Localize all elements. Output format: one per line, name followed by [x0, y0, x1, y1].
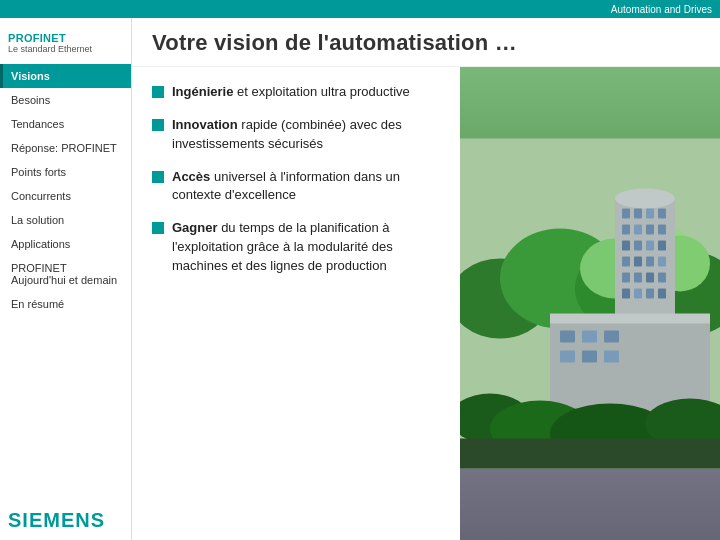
svg-rect-36	[560, 331, 575, 343]
svg-rect-37	[582, 331, 597, 343]
svg-rect-21	[658, 241, 666, 251]
bullet-text-3: Gagner du temps de la planification à l'…	[172, 219, 440, 276]
bullet-text-1: Innovation rapide (combinée) avec des in…	[172, 116, 440, 154]
svg-rect-16	[646, 225, 654, 235]
svg-rect-30	[622, 289, 630, 299]
sidebar-item-concurrents[interactable]: Concurrents	[0, 184, 131, 208]
sidebar-item-reponse[interactable]: Réponse: PROFINET	[0, 136, 131, 160]
bullet-text-0: Ingénierie et exploitation ultra product…	[172, 83, 410, 102]
sidebar: PROFINET Le standard Ethernet VisionsBes…	[0, 18, 132, 540]
svg-rect-38	[604, 331, 619, 343]
svg-rect-17	[658, 225, 666, 235]
sidebar-item-visions[interactable]: Visions	[0, 64, 131, 88]
bullet-item-0: Ingénierie et exploitation ultra product…	[152, 83, 440, 102]
bullet-square-0	[152, 86, 164, 98]
svg-rect-39	[560, 351, 575, 363]
bullet-square-1	[152, 119, 164, 131]
svg-rect-28	[646, 273, 654, 283]
top-bar: Automation and Drives	[0, 0, 720, 18]
sidebar-item-tendances[interactable]: Tendances	[0, 112, 131, 136]
bullet-item-3: Gagner du temps de la planification à l'…	[152, 219, 440, 276]
sidebar-item-points-forts[interactable]: Points forts	[0, 160, 131, 184]
sidebar-item-solution[interactable]: La solution	[0, 208, 131, 232]
building-svg	[460, 67, 720, 540]
svg-rect-12	[646, 209, 654, 219]
svg-rect-13	[658, 209, 666, 219]
svg-point-9	[615, 189, 675, 209]
bullets-container: Ingénierie et exploitation ultra product…	[152, 83, 440, 276]
top-bar-text: Automation and Drives	[611, 4, 712, 15]
svg-rect-23	[634, 257, 642, 267]
svg-rect-10	[622, 209, 630, 219]
page-title: Votre vision de l'automatisation …	[152, 30, 700, 56]
svg-rect-26	[622, 273, 630, 283]
svg-rect-11	[634, 209, 642, 219]
sidebar-item-applications[interactable]: Applications	[0, 232, 131, 256]
svg-rect-31	[634, 289, 642, 299]
svg-rect-19	[634, 241, 642, 251]
building-image-section	[460, 67, 720, 540]
svg-rect-35	[550, 314, 710, 324]
content-body: Ingénierie et exploitation ultra product…	[132, 67, 720, 540]
svg-rect-15	[634, 225, 642, 235]
svg-rect-20	[646, 241, 654, 251]
profinet-subtitle: Le standard Ethernet	[8, 44, 123, 54]
text-section: Ingénierie et exploitation ultra product…	[132, 67, 460, 540]
svg-rect-29	[658, 273, 666, 283]
bullet-square-3	[152, 222, 164, 234]
sidebar-item-besoins[interactable]: Besoins	[0, 88, 131, 112]
sidebar-item-profinet-demain[interactable]: PROFINET Aujourd'hui et demain	[0, 256, 131, 292]
svg-rect-32	[646, 289, 654, 299]
content-area: Votre vision de l'automatisation … Ingén…	[132, 18, 720, 540]
svg-rect-14	[622, 225, 630, 235]
bullet-item-1: Innovation rapide (combinée) avec des in…	[152, 116, 440, 154]
profinet-title: PROFINET	[8, 32, 123, 44]
bullet-text-2: Accès universel à l'information dans un …	[172, 168, 440, 206]
svg-rect-40	[582, 351, 597, 363]
svg-rect-46	[460, 439, 720, 469]
bullet-item-2: Accès universel à l'information dans un …	[152, 168, 440, 206]
svg-rect-33	[658, 289, 666, 299]
svg-rect-25	[658, 257, 666, 267]
svg-rect-22	[622, 257, 630, 267]
building-scene	[460, 67, 720, 540]
svg-rect-18	[622, 241, 630, 251]
svg-rect-27	[634, 273, 642, 283]
sidebar-nav: VisionsBesoinsTendancesRéponse: PROFINET…	[0, 64, 131, 316]
siemens-logo: SIEMENS	[8, 509, 123, 532]
svg-rect-24	[646, 257, 654, 267]
sidebar-bottom: SIEMENS	[0, 501, 131, 540]
sidebar-logo: PROFINET Le standard Ethernet	[0, 26, 131, 64]
svg-rect-41	[604, 351, 619, 363]
page-title-bar: Votre vision de l'automatisation …	[132, 18, 720, 67]
sidebar-item-resume[interactable]: En résumé	[0, 292, 131, 316]
bullet-square-2	[152, 171, 164, 183]
main-layout: PROFINET Le standard Ethernet VisionsBes…	[0, 18, 720, 540]
